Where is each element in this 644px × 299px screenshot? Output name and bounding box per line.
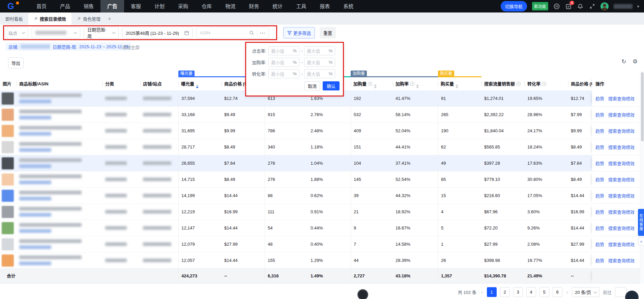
product-thumbnail-blurred[interactable] [2, 173, 14, 186]
nav-item-8[interactable]: 仓库 [195, 0, 218, 12]
sort-icon[interactable] [196, 84, 199, 88]
product-thumbnail-blurred[interactable] [2, 206, 14, 218]
trend-link[interactable]: 趋势 [595, 128, 604, 134]
search-query-performance-link[interactable]: 搜索查询绩效 [608, 192, 635, 199]
search-query-performance-link[interactable]: 搜索查询绩效 [608, 241, 635, 247]
column-header-10[interactable]: 加购率? [393, 77, 438, 90]
more-options-button[interactable]: ··· [260, 30, 265, 35]
product-thumbnail-blurred[interactable] [2, 92, 14, 105]
nav-item-9[interactable]: 物流 [218, 0, 242, 12]
asin-link-blurred[interactable] [19, 229, 51, 233]
sort-icon[interactable] [416, 84, 419, 88]
product-thumbnail-blurred[interactable] [2, 141, 14, 153]
online-service-widget[interactable]: 在线客服 [638, 209, 644, 236]
asin-link-blurred[interactable] [19, 213, 51, 217]
product-thumbnail-blurred[interactable] [2, 222, 14, 234]
column-header-11[interactable]: 购买量 [438, 77, 481, 90]
page-button-4[interactable]: 4 [526, 287, 536, 297]
add-tab-button[interactable]: + [108, 16, 111, 22]
asin-link-blurred[interactable] [19, 197, 51, 200]
column-header-9[interactable]: 加购量? [351, 77, 393, 90]
next-page-button[interactable]: › [566, 290, 569, 295]
search-query-performance-link[interactable]: 搜索查询绩效 [608, 128, 635, 134]
gear-icon[interactable]: ⚙ [633, 58, 638, 65]
scrollbar-thumb[interactable] [641, 72, 644, 141]
search-query-performance-link[interactable]: 搜索查询绩效 [608, 209, 635, 215]
sort-icon[interactable] [456, 84, 458, 88]
chevron-right-icon[interactable] [638, 5, 639, 8]
min-value-input[interactable]: 最小值% [268, 58, 299, 67]
more-filters-button[interactable]: 更多筛选 [283, 27, 315, 38]
refresh-icon[interactable]: ↻ [621, 58, 626, 65]
shop-select[interactable] [32, 27, 80, 38]
asin-link-blurred[interactable] [19, 148, 51, 152]
nav-item-12[interactable]: 工具 [289, 0, 313, 12]
trend-link[interactable]: 趋势 [595, 176, 604, 183]
page-size-select[interactable]: 20 条/页 [572, 287, 599, 297]
pause-circle-icon[interactable] [553, 3, 560, 10]
product-thumbnail-blurred[interactable] [2, 125, 14, 137]
asin-link-blurred[interactable] [19, 164, 51, 168]
group-tab-2[interactable]: 加购量 [351, 71, 367, 77]
min-value-input[interactable]: 最小值% [268, 46, 299, 55]
bell-icon[interactable] [577, 3, 584, 10]
search-query-performance-link[interactable]: 搜索查询绩效 [608, 144, 635, 150]
page-button-3[interactable]: 3 [513, 287, 523, 297]
nav-item-5[interactable]: 客服 [124, 0, 148, 12]
nav-item-3[interactable]: 销售 [77, 0, 100, 12]
new-feature-badge[interactable]: 新功能 [532, 2, 548, 10]
nav-item-13[interactable]: 报表 [313, 0, 336, 12]
product-thumbnail-blurred[interactable] [2, 190, 14, 202]
trend-link[interactable]: 趋势 [595, 160, 604, 166]
search-query-performance-link[interactable]: 搜索查询绩效 [608, 95, 635, 102]
nav-item-6[interactable]: 计划 [148, 0, 171, 12]
search-query-performance-link[interactable]: 搜索查询绩效 [608, 176, 635, 183]
app-logo[interactable]: G [7, 1, 21, 11]
trend-link[interactable]: 趋势 [595, 225, 604, 231]
page-button-6[interactable]: 6 [553, 287, 562, 297]
asin-link-blurred[interactable] [19, 132, 51, 136]
nav-item-4[interactable]: 广告 [100, 0, 124, 12]
max-value-input[interactable]: 最大值% [304, 69, 335, 78]
search-query-performance-link[interactable]: 搜索查询绩效 [608, 225, 635, 231]
cancel-button[interactable]: 取消 [304, 81, 320, 90]
group-tab-1[interactable]: 曝光量 [178, 71, 195, 77]
reset-button[interactable]: 重置 [320, 27, 336, 38]
trend-link[interactable]: 趋势 [595, 241, 604, 247]
trend-link[interactable]: 趋势 [595, 192, 604, 199]
tab-3[interactable]: 角色管理 [71, 12, 106, 25]
vertical-scrollbar[interactable] [640, 71, 644, 283]
switch-navigation-button[interactable]: 切换导航 [501, 1, 527, 11]
avatar[interactable] [601, 2, 609, 10]
date-type-select[interactable]: 日期范围-周 [84, 27, 119, 38]
site-select[interactable]: 站点 [5, 27, 28, 38]
export-button[interactable]: 导出 [8, 57, 24, 69]
asin-link-blurred[interactable] [19, 245, 51, 249]
nav-item-14[interactable]: 系统 [336, 0, 360, 12]
max-value-input[interactable]: 最大值% [304, 46, 335, 55]
column-header-5[interactable]: 曝光量 [178, 77, 222, 90]
search-query-performance-link[interactable]: 搜索查询绩效 [608, 160, 635, 166]
min-value-input[interactable]: 最小值% [268, 69, 299, 78]
tab-1[interactable]: 即时看板 [0, 12, 28, 25]
product-thumbnail-blurred[interactable] [2, 157, 14, 169]
asin-link-blurred[interactable] [19, 100, 51, 103]
trend-link[interactable]: 趋势 [595, 209, 604, 215]
trend-link[interactable]: 趋势 [595, 111, 604, 118]
search-icon[interactable] [249, 30, 254, 35]
goto-page-input[interactable] [615, 287, 626, 297]
floating-assistant-button[interactable] [625, 291, 639, 299]
asin-link-blurred[interactable] [19, 116, 51, 119]
product-thumbnail-blurred[interactable] [2, 238, 14, 250]
asin-search-input[interactable]: ASIN ··· [196, 27, 269, 38]
nav-item-7[interactable]: 采购 [171, 0, 195, 12]
search-query-performance-link[interactable]: 搜索查询绩效 [608, 111, 635, 118]
group-tab-3[interactable]: 购买量 [438, 71, 454, 77]
nav-item-1[interactable]: 首页 [30, 0, 53, 12]
tasks-icon[interactable]: 4 [565, 3, 572, 10]
asin-link-blurred[interactable] [19, 262, 51, 265]
confirm-button[interactable]: 确认 [323, 81, 340, 90]
product-thumbnail-blurred[interactable] [2, 254, 14, 267]
nav-item-2[interactable]: 产品 [53, 0, 77, 12]
fullscreen-icon[interactable] [589, 3, 595, 10]
